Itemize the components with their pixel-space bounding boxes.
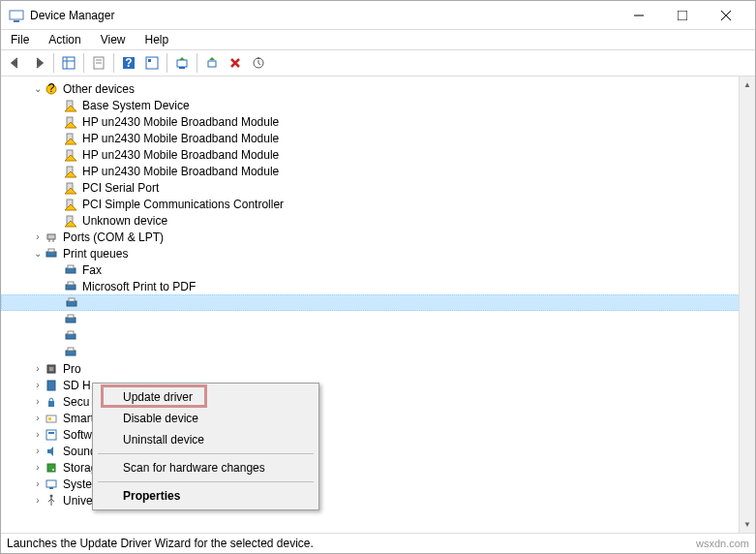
menu-action[interactable]: Action (45, 31, 84, 48)
tree-node-print-queues[interactable]: ⌄Print queues (1, 245, 755, 262)
scrollbar-up-button[interactable]: ▲ (740, 77, 755, 93)
tree-node-ports[interactable]: ›Ports (COM & LPT) (1, 229, 755, 245)
chevron-down-icon[interactable]: ⌄ (32, 83, 44, 94)
svg-rect-33 (46, 252, 56, 257)
tree-label: Print queues (63, 247, 128, 261)
menu-item-label: Scan for hardware changes (123, 461, 265, 475)
chevron-right-icon[interactable]: › (32, 363, 44, 374)
warning-device-icon (63, 98, 78, 113)
svg-rect-54 (48, 432, 54, 434)
chevron-right-icon[interactable]: › (32, 446, 44, 456)
forward-button[interactable] (28, 52, 49, 74)
sound-icon (44, 444, 59, 459)
tree-label: HP un2430 Mobile Broadband Module (82, 148, 279, 162)
warning-device-icon (63, 147, 78, 163)
chevron-right-icon[interactable]: › (32, 396, 44, 407)
svg-rect-43 (66, 334, 76, 339)
svg-rect-44 (68, 331, 74, 334)
svg-rect-30 (47, 234, 55, 239)
chevron-right-icon[interactable]: › (32, 462, 44, 473)
tree-item-selected[interactable] (1, 294, 755, 311)
tree-item[interactable]: HP un2430 Mobile Broadband Module (1, 146, 755, 163)
tree-item[interactable]: Microsoft Print to PDF (1, 278, 755, 294)
printer-icon (44, 246, 59, 262)
tree-item[interactable]: HP un2430 Mobile Broadband Module (1, 163, 755, 179)
printer-icon (63, 262, 78, 278)
tree-area: ⌄ ? Other devices Base System Device HP … (1, 77, 755, 534)
svg-rect-53 (46, 430, 56, 440)
chevron-right-icon[interactable]: › (32, 231, 44, 242)
uninstall-device-button[interactable] (225, 52, 246, 74)
svg-rect-17 (179, 67, 185, 69)
tree-item[interactable]: Fax (1, 262, 755, 278)
tree-label: Unknown device (82, 214, 167, 228)
enable-device-button[interactable] (201, 52, 223, 74)
show-hide-tree-button[interactable] (58, 52, 79, 74)
menu-item-uninstall-device[interactable]: Uninstall device (96, 429, 316, 450)
smartcard-icon (44, 411, 59, 426)
svg-rect-49 (47, 381, 55, 390)
svg-rect-58 (49, 487, 53, 489)
properties-button[interactable] (88, 52, 109, 74)
svg-rect-15 (148, 59, 151, 62)
tree-label: Other devices (63, 82, 135, 96)
chevron-right-icon[interactable]: › (32, 413, 44, 423)
svg-text:?: ? (48, 82, 55, 95)
watermark: wsxdn.com (696, 538, 749, 549)
back-button[interactable] (5, 52, 26, 74)
svg-rect-16 (177, 60, 187, 67)
scan-hardware-button[interactable] (248, 52, 269, 74)
tree-item[interactable] (1, 344, 755, 360)
tree-node-processors[interactable]: ›Pro (1, 360, 755, 377)
sd-icon (44, 378, 59, 393)
tree-label: PCI Simple Communications Controller (82, 198, 284, 211)
scrollbar-down-button[interactable]: ▼ (740, 516, 755, 533)
chevron-right-icon[interactable]: › (32, 478, 44, 489)
menu-item-label: Properties (123, 489, 180, 503)
chevron-right-icon[interactable]: › (32, 429, 44, 440)
printer-icon (64, 295, 79, 311)
chevron-right-icon[interactable]: › (32, 380, 44, 390)
tree-label: Secu (63, 395, 89, 409)
menu-view[interactable]: View (97, 31, 130, 48)
tree-label: Pro (63, 362, 81, 376)
tree-item[interactable] (1, 311, 755, 327)
action-icon-button[interactable] (141, 52, 163, 74)
menu-item-disable-device[interactable]: Disable device (96, 408, 316, 429)
printer-icon (63, 345, 78, 360)
vertical-scrollbar[interactable]: ▲ ▼ (739, 77, 755, 533)
tree-label: HP un2430 Mobile Broadband Module (82, 132, 279, 145)
svg-rect-34 (48, 249, 54, 252)
warning-device-icon (63, 164, 78, 179)
menu-item-scan-hardware[interactable]: Scan for hardware changes (96, 457, 316, 478)
tree-item[interactable]: Unknown device (1, 212, 755, 229)
svg-point-56 (52, 469, 54, 471)
other-devices-icon: ? (44, 81, 59, 97)
chevron-down-icon[interactable]: ⌄ (32, 248, 44, 259)
status-text: Launches the Update Driver Wizard for th… (7, 537, 314, 550)
menu-item-update-driver[interactable]: Update driver (96, 386, 316, 408)
chevron-right-icon[interactable]: › (32, 495, 44, 506)
menu-file[interactable]: File (7, 31, 33, 48)
tree-label: Fax (82, 263, 102, 277)
tree-item[interactable]: Base System Device (1, 97, 755, 113)
minimize-button[interactable] (617, 2, 660, 29)
tree-item[interactable]: HP un2430 Mobile Broadband Module (1, 130, 755, 146)
svg-point-59 (50, 494, 53, 497)
maximize-button[interactable] (660, 2, 704, 29)
tree-item[interactable]: HP un2430 Mobile Broadband Module (1, 113, 755, 130)
close-button[interactable] (704, 2, 747, 29)
tree-item[interactable]: PCI Serial Port (1, 179, 755, 196)
window-title: Device Manager (30, 9, 617, 22)
context-menu: Update driver Disable device Uninstall d… (92, 383, 319, 510)
help-button[interactable]: ? (118, 52, 139, 74)
menu-help[interactable]: Help (141, 31, 173, 48)
tree-item[interactable] (1, 327, 755, 344)
device-manager-icon (9, 8, 24, 23)
software-icon (44, 427, 59, 443)
update-driver-button[interactable] (171, 52, 193, 74)
tree-node-other-devices[interactable]: ⌄ ? Other devices (1, 80, 755, 97)
tree-item[interactable]: PCI Simple Communications Controller (1, 196, 755, 212)
menu-item-properties[interactable]: Properties (96, 485, 316, 507)
svg-rect-46 (68, 348, 74, 351)
